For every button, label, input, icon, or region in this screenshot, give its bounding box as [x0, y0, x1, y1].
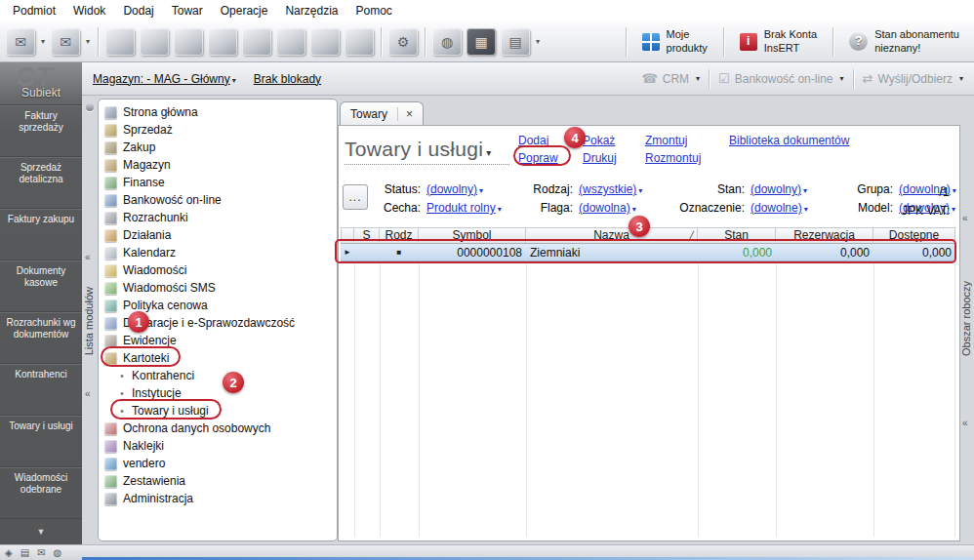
tree-item-kartoteki[interactable]: Kartoteki [104, 349, 337, 367]
pin-icon[interactable] [86, 103, 94, 111]
popraw-link[interactable]: Popraw [518, 151, 565, 165]
sidebar-item-faktury-zakupu[interactable]: Faktury zakupu [0, 209, 82, 260]
tree-item-vendero[interactable]: vendero [104, 455, 337, 472]
new-contractor-icon[interactable] [276, 28, 305, 56]
magazyn-selector[interactable]: Magazyn: - MAG - Główny▾ [93, 72, 236, 86]
tree-item-ochrona-danych[interactable]: Ochrona danych osobowych [104, 420, 337, 437]
header-rodz[interactable]: Rodz [380, 227, 419, 244]
dodaj-link[interactable]: Dodaj [518, 134, 565, 147]
konto-insert-button[interactable]: i Brak KontaInsERT [731, 28, 826, 56]
tree-item-naklejki[interactable]: Naklejki [104, 437, 337, 455]
tree-item-strona-glowna[interactable]: Strona główna [104, 103, 337, 121]
new-sales-invoice-icon[interactable] [105, 28, 135, 56]
status-mail-icon[interactable]: ✉ [37, 547, 45, 558]
web-globe-icon[interactable]: ◍ [432, 28, 462, 56]
tree-item-deklaracje[interactable]: Deklaracje i e-Sprawozdawczość [104, 314, 337, 332]
moje-produkty-button[interactable]: Mojeprodukty [633, 28, 716, 56]
zmontuj-link[interactable]: Zmontuj [645, 134, 711, 147]
collapse-chevron-icon[interactable]: « [85, 388, 91, 399]
header-stan[interactable]: Stan [698, 227, 776, 244]
tree-item-bankowosc[interactable]: Bankowość on-line [104, 191, 337, 209]
sidebar-item-sprzedaz-detaliczna[interactable]: Sprzedaż detaliczna [0, 157, 82, 209]
menu-podmiot[interactable]: Podmiot [4, 1, 64, 20]
new-warehouse-document-icon[interactable] [208, 28, 237, 56]
sidebar-scroll-down-icon[interactable]: ▼ [0, 527, 82, 537]
crm-dropdown[interactable]: ☎ CRM ▾ [642, 71, 701, 86]
tree-item-kalendarz[interactable]: Kalendarz [104, 244, 337, 261]
tab-towary[interactable]: Towary × [340, 101, 424, 125]
tree-item-kontrahenci[interactable]: •Kontrahenci [104, 367, 337, 384]
toolbar-separator [626, 27, 627, 57]
brak-blokady-link[interactable]: Brak blokady [254, 72, 321, 86]
wyslij-odbierz-dropdown[interactable]: ⇄ Wyślij/Odbierz ▾ [863, 71, 964, 86]
header-rezerwacja[interactable]: Rezerwacja [776, 227, 873, 244]
settings-gear-icon[interactable]: ⚙ [388, 28, 418, 56]
tree-item-finanse[interactable]: Finanse [104, 174, 337, 191]
tree-item-magazyn[interactable]: Magazyn [104, 156, 337, 174]
tree-item-ewidencje[interactable]: Ewidencje [104, 332, 337, 349]
filter-oznaczenie[interactable]: (dowolne)▾ [751, 201, 844, 215]
header-symbol[interactable]: Symbol [419, 227, 526, 244]
table-row-ziemniaki[interactable]: ► ■ 0000000108 Ziemniaki 0,000 0,000 0,0… [341, 244, 955, 261]
new-product-icon[interactable] [310, 28, 340, 56]
sidebar-item-wiadomosci-odebrane[interactable]: Wiadomości odebrane [0, 467, 82, 519]
tree-item-zestawienia[interactable]: Zestawienia [104, 472, 337, 490]
new-payment-icon[interactable] [345, 28, 374, 56]
tree-item-polityka-cenowa[interactable]: Polityka cenowa [104, 297, 337, 314]
menu-widok[interactable]: Widok [64, 1, 114, 20]
tree-item-wiadomosci[interactable]: Wiadomości [104, 261, 337, 279]
sidebar-item-faktury-sprzedazy[interactable]: Faktury sprzedaży [0, 105, 82, 157]
chevron-down-icon[interactable]: ▾ [41, 37, 45, 46]
status-globe-icon[interactable]: ◍ [54, 547, 62, 558]
bankowosc-dropdown[interactable]: ☑ Bankowość on-line ▾ [718, 71, 843, 86]
sidebar-item-rozrachunki[interactable]: Rozrachunki wg dokumentów [0, 312, 82, 364]
drukuj-link[interactable]: Drukuj [583, 151, 628, 165]
tree-item-zakup[interactable]: Zakup [104, 139, 337, 156]
chevron-down-icon[interactable]: ▾ [86, 37, 90, 46]
biblioteka-dokumentow-link[interactable]: Biblioteka dokumentów [729, 134, 849, 147]
filter-cecha[interactable]: Produkt rolny▾ [426, 201, 516, 215]
tree-item-administracja[interactable]: Administracja [104, 490, 337, 507]
filter-stan[interactable]: (dowolny)▾ [751, 182, 844, 196]
collapse-chevron-icon[interactable]: « [962, 418, 968, 428]
new-purchase-invoice-icon[interactable] [174, 28, 203, 56]
header-nazwa[interactable]: Nazwa╱ [526, 227, 698, 244]
declarations-icon [104, 317, 117, 330]
filter-flaga[interactable]: (dowolna)▾ [579, 201, 672, 215]
new-receipt-icon[interactable] [140, 28, 169, 56]
sidebar-item-dokumenty-kasowe[interactable]: Dokumenty kasowe [0, 260, 82, 312]
tree-item-sprzedaz[interactable]: Sprzedaż [104, 121, 337, 139]
tree-item-towary-i-uslugi[interactable]: •Towary i usługi [104, 402, 337, 420]
pokaz-link[interactable]: Pokaż [583, 134, 628, 147]
more-filters-button[interactable]: ... [343, 184, 368, 210]
services-cube-icon[interactable]: ▦ [467, 28, 496, 56]
sidebar-item-towary-i-uslugi[interactable]: Towary i usługi [0, 416, 82, 467]
menu-pomoc[interactable]: Pomoc [346, 1, 400, 20]
collapse-chevron-icon[interactable]: « [85, 252, 91, 262]
send-receive-mail-icon[interactable]: ✉ [6, 28, 35, 56]
menu-operacje[interactable]: Operacje [212, 1, 277, 20]
rozmontuj-link[interactable]: Rozmontuj [645, 151, 711, 165]
header-dostepne[interactable]: Dostępne [873, 227, 955, 244]
menu-towar[interactable]: Towar [163, 1, 212, 20]
filter-rodzaj[interactable]: (wszystkie)▾ [579, 182, 672, 196]
tree-item-instytucje[interactable]: •Instytucje [104, 384, 337, 402]
print-icon[interactable]: ▤ [501, 28, 530, 56]
chevron-down-icon[interactable]: ▾ [536, 37, 540, 46]
collapse-chevron-icon[interactable]: « [962, 213, 968, 223]
tree-item-dzialania[interactable]: Działania [104, 226, 337, 244]
menu-narzedzia[interactable]: Narzędzia [276, 1, 346, 20]
new-cash-document-icon[interactable] [242, 28, 271, 56]
page-title[interactable]: Towary i usługi▾ [345, 138, 509, 165]
menu-dodaj[interactable]: Dodaj [114, 1, 162, 20]
tree-item-wiadomosci-sms[interactable]: Wiadomości SMS [104, 279, 337, 297]
header-s[interactable]: S [354, 227, 380, 244]
filter-status[interactable]: (dowolny)▾ [426, 182, 516, 196]
sidebar-item-kontrahenci[interactable]: Kontrahenci [0, 364, 82, 416]
status-print-icon[interactable]: ▤ [20, 547, 29, 558]
close-tab-icon[interactable]: × [397, 107, 413, 121]
tree-item-rozrachunki[interactable]: Rozrachunki [104, 209, 337, 226]
stan-abonamentu-button[interactable]: ? Stan abonamentunieznany! [840, 28, 968, 56]
status-layers-icon[interactable]: ◈ [5, 547, 13, 558]
new-message-icon[interactable]: ✉ [51, 28, 80, 56]
